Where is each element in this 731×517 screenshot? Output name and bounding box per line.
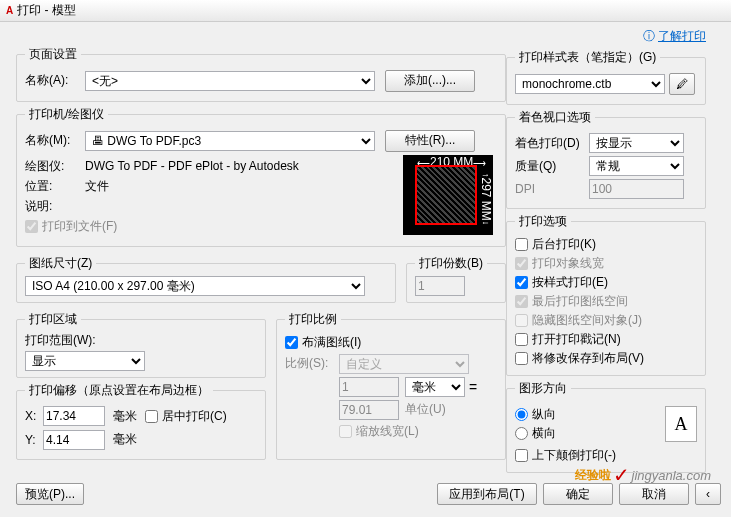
printer-group: 打印机/绘图仪 名称(M): 🖶 DWG To PDF.pc3 特性(R)...… [16, 106, 506, 247]
plot-styles-checkbox[interactable]: 按样式打印(E) [515, 274, 697, 291]
style-table-legend: 打印样式表（笔指定）(G) [515, 49, 660, 66]
app-logo: A [6, 5, 13, 16]
expand-button[interactable]: ‹ [695, 483, 721, 505]
landscape-radio[interactable]: 横向 [515, 425, 665, 442]
orientation-icon: A [665, 406, 697, 442]
quality-label: 质量(Q) [515, 158, 589, 175]
upside-down-checkbox[interactable]: 上下颠倒打印(-) [515, 447, 697, 464]
titlebar: A 打印 - 模型 [0, 0, 731, 22]
scale-lineweights-checkbox: 缩放线宽(L) [339, 423, 497, 440]
scale-unit-select[interactable]: 毫米 [405, 377, 465, 397]
add-button[interactable]: 添加(...)... [385, 70, 475, 92]
offset-x-label: X: [25, 409, 43, 423]
offset-y-unit: 毫米 [113, 431, 137, 448]
plot-area-legend: 打印区域 [25, 311, 81, 328]
apply-layout-button[interactable]: 应用到布局(T) [437, 483, 537, 505]
paper-size-group: 图纸尺寸(Z) ISO A4 (210.00 x 297.00 毫米) [16, 255, 396, 303]
copies-legend: 打印份数(B) [415, 255, 487, 272]
offset-x-unit: 毫米 [113, 408, 137, 425]
style-table-group: 打印样式表（笔指定）(G) monochrome.ctb 🖉 [506, 49, 706, 105]
printer-name-select[interactable]: 🖶 DWG To PDF.pc3 [85, 131, 375, 151]
scale-denominator-input [339, 400, 399, 420]
description-label: 说明: [25, 198, 85, 215]
window-title: 打印 - 模型 [17, 2, 76, 19]
viewport-group: 着色视口选项 着色打印(D)按显示 质量(Q)常规 DPI [506, 109, 706, 209]
center-plot-checkbox[interactable]: 居中打印(C) [145, 408, 227, 425]
shade-select[interactable]: 按显示 [589, 133, 684, 153]
copies-input [415, 276, 465, 296]
copies-group: 打印份数(B) [406, 255, 506, 303]
page-setup-group: 页面设置 名称(A): <无> 添加(...)... [16, 46, 506, 102]
paper-preview: ⟵210 MM⟶ ↑297 MM↓ [403, 155, 493, 235]
offset-y-input[interactable] [43, 430, 105, 450]
location-value: 文件 [85, 178, 109, 195]
equals-icon: = [469, 379, 477, 395]
chevron-left-icon: ‹ [706, 487, 710, 501]
plot-scale-group: 打印比例 布满图纸(I) 比例(S): 自定义 毫米 = [276, 311, 506, 460]
paper-size-select[interactable]: ISO A4 (210.00 x 297.00 毫米) [25, 276, 365, 296]
scale-numerator-input [339, 377, 399, 397]
scale-select: 自定义 [339, 354, 469, 374]
orientation-group: 图形方向 纵向 横向 A 上下颠倒打印(-) [506, 380, 706, 473]
learn-print-link[interactable]: 了解打印 [658, 29, 706, 43]
units-label: 单位(U) [405, 401, 446, 418]
ok-button[interactable]: 确定 [543, 483, 613, 505]
location-label: 位置: [25, 178, 85, 195]
save-layout-checkbox[interactable]: 将修改保存到布局(V) [515, 350, 697, 367]
plot-range-label: 打印范围(W): [25, 332, 257, 349]
plot-to-file-checkbox: 打印到文件(F) [25, 218, 395, 235]
orientation-legend: 图形方向 [515, 380, 571, 397]
pagesetup-name-select[interactable]: <无> [85, 71, 375, 91]
plot-range-select[interactable]: 显示 [25, 351, 145, 371]
hide-paperspace-checkbox: 隐藏图纸空间对象(J) [515, 312, 697, 329]
plotter-label: 绘图仪: [25, 158, 85, 175]
preview-button[interactable]: 预览(P)... [16, 483, 84, 505]
lineweights-checkbox: 打印对象线宽 [515, 255, 697, 272]
printer-legend: 打印机/绘图仪 [25, 106, 108, 123]
style-table-select[interactable]: monochrome.ctb [515, 74, 665, 94]
portrait-radio[interactable]: 纵向 [515, 406, 665, 423]
properties-button[interactable]: 特性(R)... [385, 130, 475, 152]
style-table-edit-button[interactable]: 🖉 [669, 73, 695, 95]
quality-select[interactable]: 常规 [589, 156, 684, 176]
plot-options-group: 打印选项 后台打印(K) 打印对象线宽 按样式打印(E) 最后打印图纸空间 隐藏… [506, 213, 706, 376]
viewport-legend: 着色视口选项 [515, 109, 595, 126]
page-setup-legend: 页面设置 [25, 46, 81, 63]
offset-x-input[interactable] [43, 406, 105, 426]
paper-size-legend: 图纸尺寸(Z) [25, 255, 96, 272]
plot-stamp-checkbox[interactable]: 打开打印戳记(N) [515, 331, 697, 348]
shade-label: 着色打印(D) [515, 135, 589, 152]
plot-area-group: 打印区域 打印范围(W): 显示 [16, 311, 266, 378]
background-plot-checkbox[interactable]: 后台打印(K) [515, 236, 697, 253]
plot-offset-legend: 打印偏移（原点设置在布局边框） [25, 382, 213, 399]
pagesetup-name-label: 名称(A): [25, 72, 85, 89]
plotter-value: DWG To PDF - PDF ePlot - by Autodesk [85, 159, 299, 173]
plot-offset-group: 打印偏移（原点设置在布局边框） X: 毫米 居中打印(C) Y: 毫米 [16, 382, 266, 460]
last-paperspace-checkbox: 最后打印图纸空间 [515, 293, 697, 310]
dpi-input [589, 179, 684, 199]
plot-options-legend: 打印选项 [515, 213, 571, 230]
scale-label: 比例(S): [285, 355, 339, 372]
edit-icon: 🖉 [676, 77, 688, 91]
fit-to-paper-checkbox[interactable]: 布满图纸(I) [285, 334, 497, 351]
cancel-button[interactable]: 取消 [619, 483, 689, 505]
printer-name-label: 名称(M): [25, 132, 85, 149]
offset-y-label: Y: [25, 433, 43, 447]
info-icon: ⓘ [643, 29, 655, 43]
plot-scale-legend: 打印比例 [285, 311, 341, 328]
dpi-label: DPI [515, 182, 589, 196]
